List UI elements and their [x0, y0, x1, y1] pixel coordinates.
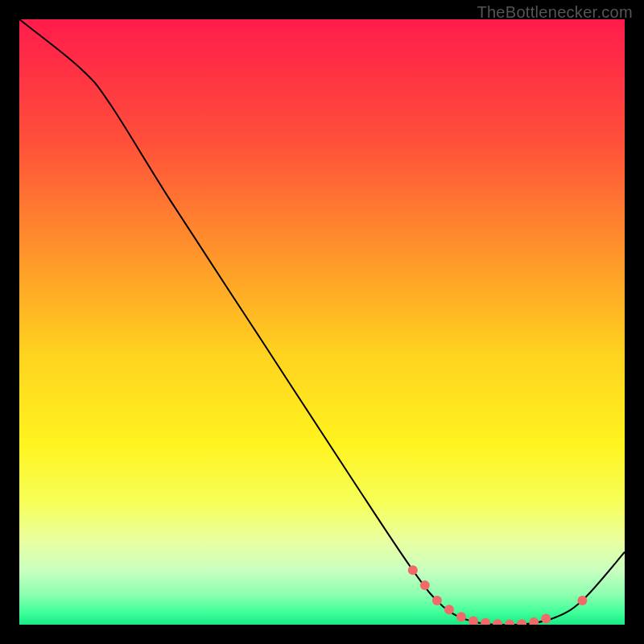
marker-dot — [408, 565, 418, 575]
marker-dot — [444, 605, 454, 614]
plot-area — [19, 19, 625, 625]
marker-dot — [541, 613, 551, 623]
marker-dot — [456, 612, 466, 621]
marker-dot — [432, 596, 442, 605]
gradient-background — [19, 19, 625, 625]
marker-dot — [420, 580, 430, 590]
chart-svg — [19, 19, 625, 625]
marker-dot — [577, 596, 587, 605]
chart-frame: TheBottlenecker.com — [0, 0, 644, 644]
watermark-text: TheBottlenecker.com — [477, 3, 633, 22]
